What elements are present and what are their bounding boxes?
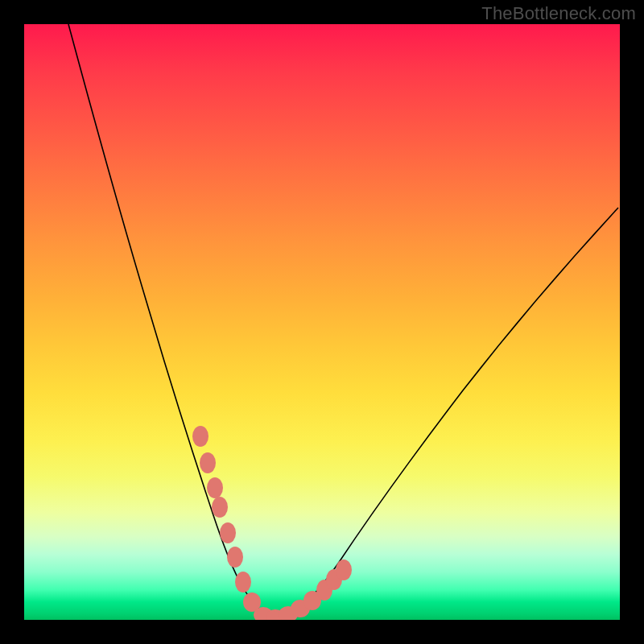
watermark-text: TheBottleneck.com <box>481 3 636 24</box>
plot-area <box>24 24 620 620</box>
bead <box>212 497 228 518</box>
bead <box>192 426 208 447</box>
bead <box>336 559 352 580</box>
bead <box>207 477 223 498</box>
bead <box>227 547 243 568</box>
bead <box>220 522 236 543</box>
bead <box>200 452 216 473</box>
bead <box>235 572 251 592</box>
curve-svg <box>24 24 620 620</box>
bottleneck-curve <box>68 24 618 617</box>
